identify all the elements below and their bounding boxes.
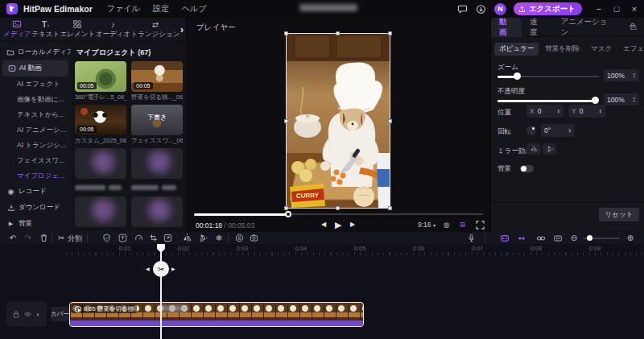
- grid-overlay-icon[interactable]: ⊞: [460, 221, 465, 229]
- next-frame-button[interactable]: ▶: [350, 221, 355, 228]
- nav-image-to-video[interactable]: 画像を動画に...: [0, 92, 71, 107]
- tab-color[interactable]: 色: [621, 18, 644, 37]
- media-thumbnail[interactable]: [75, 196, 126, 227]
- media-thumbnail[interactable]: [75, 148, 126, 179]
- shield-icon[interactable]: [101, 233, 112, 243]
- cover-button[interactable]: カバー: [51, 307, 69, 321]
- zoom-out-icon[interactable]: ⊖: [568, 233, 580, 243]
- tab-text[interactable]: T₊ テキスト: [31, 19, 60, 39]
- media-item-panda[interactable]: 00:05 カスタム_2025_06_09: [75, 105, 126, 145]
- nav-text-to-video[interactable]: テキストから...: [0, 107, 71, 122]
- menu-settings[interactable]: 設定: [153, 3, 169, 14]
- zoom-in-icon[interactable]: ⊕: [625, 233, 636, 243]
- nav-face-swap[interactable]: フェイススワ...: [0, 153, 71, 168]
- media-thumbnail[interactable]: 下書き: [131, 105, 183, 135]
- position-y-stepper[interactable]: Y0 ▲▼: [568, 105, 605, 118]
- mirror-horizontal-button[interactable]: [526, 143, 540, 155]
- zoom-slider-handle[interactable]: [514, 72, 521, 80]
- flip-vertical-icon[interactable]: [197, 233, 208, 243]
- close-button[interactable]: ×: [630, 4, 639, 14]
- play-button[interactable]: ▶: [335, 220, 341, 230]
- timeline-ruler[interactable]: 0:01 0:02 0:03 0:04 0:05 0:06 0:07 0:08 …: [0, 244, 644, 255]
- chain-link-icon[interactable]: [535, 233, 547, 243]
- menu-help[interactable]: ヘルプ: [182, 3, 207, 14]
- nav-download[interactable]: ダウンロード: [0, 200, 71, 216]
- export-button[interactable]: エクスポート: [514, 2, 582, 15]
- subtab-popular[interactable]: ポピュラー: [494, 43, 539, 56]
- minimize-button[interactable]: −: [594, 4, 604, 14]
- nav-background[interactable]: ▶ 背景: [0, 216, 71, 232]
- opacity-slider[interactable]: [497, 97, 599, 104]
- resize-handle-n[interactable]: [336, 31, 340, 35]
- background-toggle[interactable]: [520, 165, 534, 172]
- stepper-arrows-icon[interactable]: ▲▼: [568, 128, 572, 134]
- trash-icon[interactable]: [38, 233, 49, 243]
- progress-handle[interactable]: [285, 211, 291, 217]
- subtab-remove-background[interactable]: 背景を削除: [540, 43, 584, 56]
- media-thumbnail[interactable]: [131, 196, 183, 227]
- previous-frame-button[interactable]: ◀: [321, 221, 326, 228]
- tab-transitions[interactable]: ⇄ トランジション: [131, 19, 180, 39]
- media-thumbnail[interactable]: [131, 148, 183, 179]
- download-update-icon[interactable]: [476, 3, 487, 14]
- position-x-stepper[interactable]: X0 ▲▼: [526, 105, 564, 118]
- media-item-cat-chef[interactable]: 00:05 野菜を切る猫..._06_10: [131, 61, 183, 101]
- track-visibility-icon[interactable]: [24, 311, 31, 317]
- media-item-blurred[interactable]: [131, 196, 183, 232]
- undo-icon[interactable]: ↶: [7, 233, 19, 243]
- resize-handle-e[interactable]: [388, 119, 392, 123]
- media-thumbnail[interactable]: 00:05: [131, 61, 183, 92]
- user-avatar[interactable]: N: [494, 3, 506, 15]
- reset-button[interactable]: リセット: [599, 208, 639, 221]
- microphone-icon[interactable]: [465, 233, 477, 243]
- camera-icon[interactable]: [248, 233, 259, 243]
- rotation-dial[interactable]: [526, 126, 536, 135]
- timeline-zoom-handle[interactable]: [587, 235, 592, 241]
- resize-handle-se[interactable]: [388, 206, 392, 210]
- maximize-button[interactable]: □: [612, 4, 621, 14]
- media-item-draft[interactable]: 下書き フェイススワ..._06_06: [131, 105, 183, 145]
- playhead-split-button[interactable]: ✂: [153, 261, 169, 277]
- stepper-arrows-icon[interactable]: ▲▼: [557, 109, 560, 114]
- nav-record[interactable]: ◉ レコード: [0, 184, 71, 200]
- tab-speed[interactable]: 速度: [522, 18, 552, 37]
- fullscreen-icon[interactable]: [476, 221, 485, 229]
- media-item-blurred[interactable]: [131, 148, 183, 193]
- player-canvas[interactable]: CURRY: [188, 32, 489, 209]
- zoom-value-stepper[interactable]: 100%▲▼: [604, 69, 639, 81]
- subtab-effect[interactable]: エフェクト: [618, 43, 644, 56]
- replace-icon[interactable]: [162, 233, 173, 243]
- linkage-icon[interactable]: [516, 233, 527, 243]
- tab-video[interactable]: 動画: [491, 18, 522, 37]
- track-lock-icon[interactable]: [13, 311, 19, 318]
- tab-media[interactable]: メディア: [3, 19, 31, 39]
- crop-icon[interactable]: [147, 233, 159, 243]
- resize-handle-nw[interactable]: [284, 31, 288, 35]
- nav-local-media[interactable]: ローカルメディア: [0, 44, 71, 60]
- scissors-icon[interactable]: ✂: [56, 233, 67, 243]
- stepper-arrows-icon[interactable]: ▲▼: [633, 97, 636, 102]
- subtab-mask[interactable]: マスク: [586, 43, 617, 56]
- video-preview[interactable]: CURRY: [287, 34, 390, 208]
- split-button-label[interactable]: 分割: [68, 234, 82, 244]
- flip-horizontal-icon[interactable]: [181, 233, 192, 243]
- media-item-blurred[interactable]: [75, 196, 126, 232]
- menu-file[interactable]: ファイル: [107, 3, 140, 14]
- media-thumbnail[interactable]: 00:05: [75, 105, 126, 135]
- rotation-stepper[interactable]: 0° ▲▼: [541, 124, 575, 137]
- redo-icon[interactable]: ↷: [23, 233, 34, 243]
- subtitle-text-icon[interactable]: [117, 233, 128, 243]
- zoom-slider[interactable]: [497, 72, 599, 80]
- opacity-value-stepper[interactable]: 100%▲▼: [604, 93, 639, 105]
- playhead-left-arrow[interactable]: ◀: [146, 266, 150, 271]
- nav-my-projects[interactable]: マイプロジェ...: [0, 168, 71, 184]
- speed-gauge-icon[interactable]: [133, 233, 144, 243]
- playback-progress-bar[interactable]: [194, 211, 483, 217]
- playhead-right-arrow[interactable]: ▶: [171, 266, 175, 271]
- media-item-avocado[interactable]: 00:05 360°電子レ...5_06_10: [75, 61, 126, 101]
- snapshot-icon[interactable]: ◎: [444, 221, 449, 229]
- video-clip[interactable]: 0:05 野菜を切る猫: [69, 302, 364, 327]
- magnet-snap-icon[interactable]: [499, 233, 510, 243]
- tab-animation[interactable]: アニメーション: [552, 18, 621, 37]
- aspect-ratio-dropdown[interactable]: 9:16 ▾: [418, 221, 436, 229]
